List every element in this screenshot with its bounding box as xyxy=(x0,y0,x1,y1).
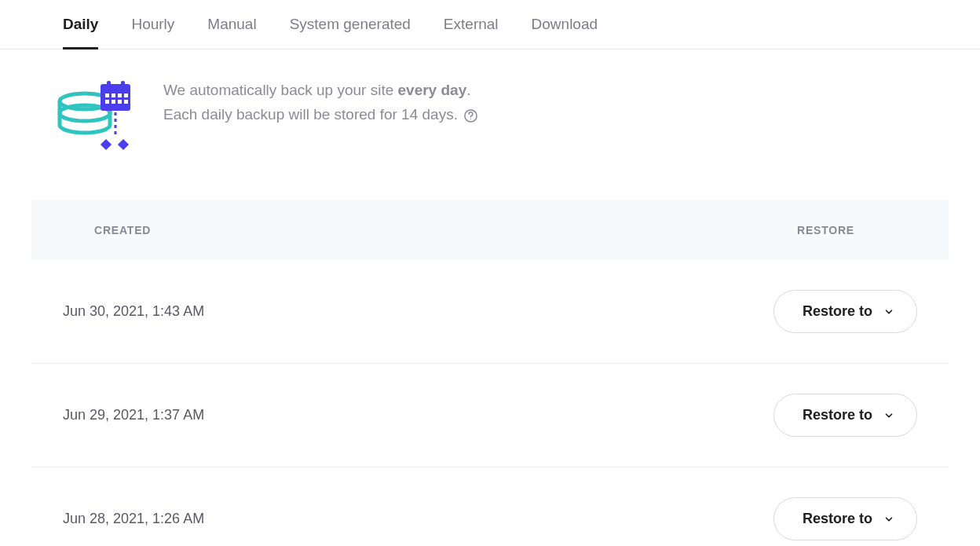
info-line2: Each daily backup will be stored for 14 … xyxy=(163,106,462,123)
tab-download[interactable]: Download xyxy=(532,0,598,49)
svg-rect-12 xyxy=(107,81,111,88)
backup-database-icon xyxy=(57,78,135,156)
info-section: We automatically back up your site every… xyxy=(0,49,980,185)
column-header-restore: RESTORE xyxy=(797,224,854,236)
restore-button-label: Restore to xyxy=(803,511,872,527)
svg-rect-11 xyxy=(124,100,128,104)
tabs-bar: Daily Hourly Manual System generated Ext… xyxy=(0,0,980,49)
info-text: We automatically back up your site every… xyxy=(163,78,478,127)
svg-rect-15 xyxy=(101,139,112,150)
svg-rect-10 xyxy=(118,100,122,104)
restore-button[interactable]: Restore to xyxy=(773,497,917,541)
tab-manual[interactable]: Manual xyxy=(207,0,256,49)
restore-button[interactable]: Restore to xyxy=(773,290,917,333)
svg-rect-9 xyxy=(112,100,115,104)
svg-rect-4 xyxy=(105,93,109,97)
svg-rect-13 xyxy=(121,81,125,88)
table-body: Jun 30, 2021, 1:43 AM Restore to Jun 29,… xyxy=(31,260,949,546)
chevron-down-icon xyxy=(883,514,894,525)
backup-created-date: Jun 28, 2021, 1:26 AM xyxy=(63,511,204,527)
backup-created-date: Jun 30, 2021, 1:43 AM xyxy=(63,303,204,320)
column-header-created: CREATED xyxy=(94,224,151,236)
chevron-down-icon xyxy=(883,306,894,317)
svg-rect-8 xyxy=(105,100,109,104)
svg-rect-6 xyxy=(118,93,122,97)
tab-daily[interactable]: Daily xyxy=(63,0,98,49)
info-line1-prefix: We automatically back up your site xyxy=(163,82,398,98)
tab-hourly[interactable]: Hourly xyxy=(131,0,174,49)
info-line1-bold: every day xyxy=(398,82,467,98)
table-row: Jun 28, 2021, 1:26 AM Restore to xyxy=(31,467,949,546)
svg-rect-7 xyxy=(124,93,128,97)
table-row: Jun 30, 2021, 1:43 AM Restore to xyxy=(31,260,949,364)
table-row: Jun 29, 2021, 1:37 AM Restore to xyxy=(31,364,949,467)
restore-button[interactable]: Restore to xyxy=(773,394,917,437)
restore-button-label: Restore to xyxy=(803,407,872,423)
svg-rect-5 xyxy=(112,93,115,97)
restore-button-label: Restore to xyxy=(803,303,872,320)
tab-external[interactable]: External xyxy=(444,0,499,49)
backup-created-date: Jun 29, 2021, 1:37 AM xyxy=(63,407,204,423)
svg-rect-16 xyxy=(118,139,129,150)
tab-system-generated[interactable]: System generated xyxy=(290,0,411,49)
info-line1-suffix: . xyxy=(466,82,470,98)
help-icon[interactable] xyxy=(463,108,478,123)
svg-point-18 xyxy=(470,119,471,119)
chevron-down-icon xyxy=(883,410,894,421)
table-header: CREATED RESTORE xyxy=(31,200,949,260)
